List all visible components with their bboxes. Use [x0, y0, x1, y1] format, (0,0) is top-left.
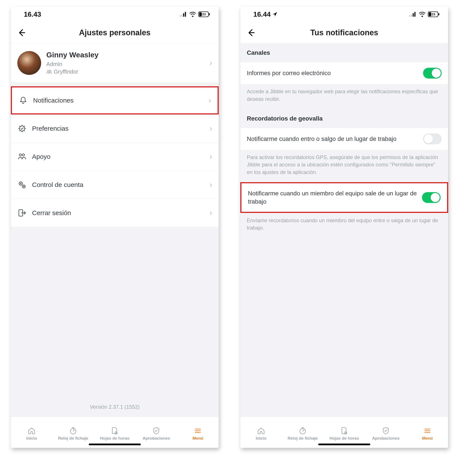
phone-left: 16.43 23 Ajustes personales Ginny Weasle…: [11, 7, 219, 448]
cellular-icon: [409, 12, 416, 17]
svg-rect-5: [209, 13, 210, 15]
setting-geofence-self[interactable]: Notificarme cuando entro o salgo de un l…: [240, 128, 448, 150]
gear-check-icon: [17, 124, 27, 133]
document-clock-icon: [340, 426, 348, 435]
setting-geofence-team[interactable]: Notificarme cuando un miembro del equipo…: [240, 182, 448, 213]
menu-label: Control de cuenta: [32, 181, 204, 188]
tab-label: Aprobaciones: [372, 436, 400, 441]
tab-home[interactable]: Inicio: [11, 417, 52, 448]
battery-icon: 23: [198, 11, 210, 17]
profile-info: Ginny Weasley Admin Gryffindor: [46, 51, 204, 75]
menu-item-account[interactable]: Control de cuenta ›: [11, 171, 219, 199]
wifi-icon: [189, 12, 196, 17]
menu-label: Apoyo: [32, 153, 204, 160]
tab-timesheets[interactable]: Hojas de horas: [94, 417, 136, 448]
svg-rect-21: [411, 15, 412, 17]
back-button[interactable]: [17, 28, 26, 37]
toggle-geofence-team[interactable]: [422, 192, 441, 203]
bell-icon: [18, 96, 28, 105]
profile-name: Ginny Weasley: [46, 51, 204, 59]
menu-icon: [194, 426, 202, 435]
menu-item-support[interactable]: Apoyo ›: [11, 143, 219, 171]
setting-label: Notificarme cuando un miembro del equipo…: [248, 189, 418, 206]
svg-text:23: 23: [202, 12, 206, 16]
svg-rect-6: [199, 12, 202, 16]
tab-home[interactable]: Inicio: [240, 417, 282, 448]
svg-rect-25: [438, 13, 439, 15]
tab-label: Menú: [192, 436, 203, 441]
shield-check-icon: [152, 426, 160, 435]
logout-icon: [17, 208, 27, 218]
menu-list: Notificaciones › Preferencias › Apoyo ›: [11, 86, 219, 227]
back-arrow-icon: [247, 28, 255, 37]
toggle-geofence-self[interactable]: [423, 134, 442, 144]
location-arrow-icon: [272, 12, 277, 17]
tab-clock[interactable]: Reloj de fichaje: [282, 417, 323, 448]
menu-item-logout[interactable]: Cerrar sesión ›: [11, 199, 219, 227]
page-title: Ajustes personales: [11, 28, 219, 37]
back-button[interactable]: [247, 28, 255, 37]
status-icons: 23: [409, 11, 440, 17]
status-bar: 16.43 23: [11, 7, 219, 22]
svg-rect-20: [409, 15, 410, 17]
profile-card[interactable]: Ginny Weasley Admin Gryffindor ›: [11, 43, 219, 82]
tab-menu[interactable]: Menú: [177, 417, 219, 448]
toggle-email-reports[interactable]: [423, 68, 442, 78]
section-title-geofence: Recordatorios de geovalla: [240, 109, 448, 128]
menu-item-preferences[interactable]: Preferencias ›: [11, 114, 219, 143]
home-icon: [257, 426, 265, 435]
tab-menu[interactable]: Menú: [407, 417, 448, 448]
phone-right: 16.44 23 Tus notificaciones Canales Info…: [240, 7, 448, 448]
tab-clock[interactable]: Reloj de fichaje: [52, 417, 94, 448]
tab-approvals[interactable]: Aprobaciones: [136, 417, 177, 448]
helper-text-geofence-team: Envíame recordatorios cuando un miembro …: [240, 213, 448, 238]
chevron-right-icon: ›: [210, 124, 212, 133]
tab-approvals[interactable]: Aprobaciones: [365, 417, 407, 448]
tab-label: Reloj de fichaje: [58, 436, 88, 441]
chevron-right-icon: ›: [208, 96, 211, 105]
setting-label: Notificarme cuando entro o salgo de un l…: [247, 135, 419, 143]
svg-point-8: [47, 70, 49, 72]
shield-check-icon: [382, 426, 390, 435]
tab-timesheets[interactable]: Hojas de horas: [323, 417, 365, 448]
document-clock-icon: [111, 426, 119, 435]
chevron-right-icon: ›: [210, 59, 212, 68]
header: Ajustes personales: [11, 22, 219, 43]
profile-house: Gryffindor: [46, 68, 204, 75]
status-time: 16.43: [24, 10, 41, 18]
battery-icon: 23: [428, 11, 440, 17]
stopwatch-icon: [299, 426, 307, 435]
home-indicator: [318, 443, 370, 445]
svg-point-9: [49, 70, 51, 72]
svg-point-13: [19, 182, 23, 185]
version-text: Versión 2.37.1 (1552): [11, 398, 219, 416]
menu-label: Preferencias: [32, 125, 204, 132]
svg-rect-0: [180, 15, 181, 17]
svg-rect-1: [182, 15, 182, 17]
status-time-text: 16.44: [253, 10, 271, 18]
chevron-right-icon: ›: [210, 208, 212, 217]
helper-text-geofence: Para activar los recordatorios GPS, aseg…: [240, 150, 448, 182]
back-arrow-icon: [17, 28, 26, 37]
group-icon: [46, 69, 52, 74]
tab-bar: Inicio Reloj de fichaje Hojas de horas A…: [240, 416, 448, 448]
svg-rect-22: [413, 13, 414, 17]
section-title-channels: Canales: [240, 43, 448, 62]
wifi-icon: [419, 12, 426, 17]
setting-email-reports[interactable]: Informes por correo electrónico: [240, 62, 448, 84]
tab-bar: Inicio Reloj de fichaje Hojas de horas A…: [11, 416, 219, 448]
svg-rect-23: [414, 12, 416, 17]
content-area: Canales Informes por correo electrónico …: [240, 43, 448, 416]
header: Tus notificaciones: [240, 22, 448, 43]
svg-point-16: [23, 186, 24, 187]
home-icon: [28, 426, 35, 435]
menu-item-notifications[interactable]: Notificaciones ›: [11, 86, 219, 114]
tab-label: Inicio: [256, 436, 267, 441]
svg-point-14: [20, 183, 21, 184]
svg-rect-26: [429, 12, 431, 16]
stopwatch-icon: [69, 426, 77, 435]
gears-icon: [17, 180, 27, 189]
status-bar: 16.44 23: [240, 7, 448, 22]
tab-label: Aprobaciones: [143, 436, 170, 441]
tab-label: Hojas de horas: [100, 436, 130, 441]
